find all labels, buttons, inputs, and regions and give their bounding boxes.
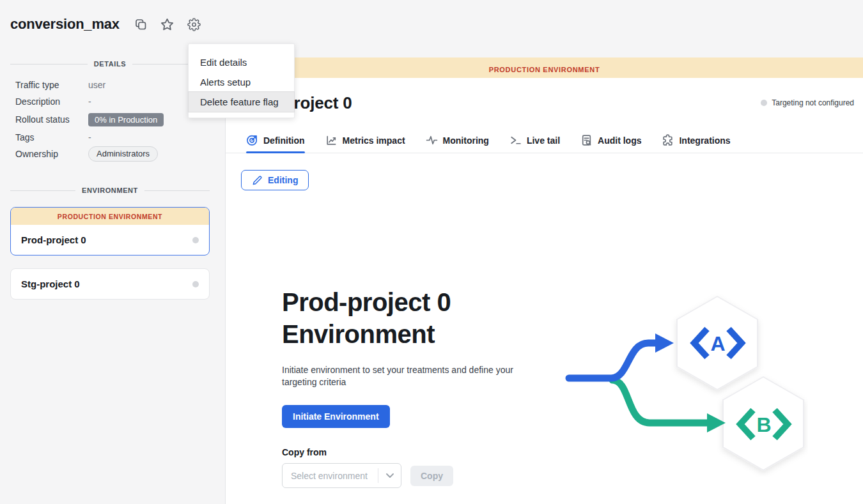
environment-section-header: ENVIRONMENT [10,187,210,194]
green-arrow [612,380,726,432]
details-section-header: DETAILS [10,60,210,68]
detail-row-description: Description - [15,93,210,110]
hero-heading: Prod-project 0 Environment [282,286,515,350]
gear-icon [187,18,201,31]
production-environment-label: PRODUCTION ENVIRONMENT [11,208,209,225]
document-search-icon [580,134,593,146]
targeting-status-label: Targeting not configured [772,98,854,107]
favorite-button[interactable] [160,17,175,31]
detail-row-ownership: Ownership Administrators [15,146,210,162]
environment-card-prod[interactable]: PRODUCTION ENVIRONMENT Prod-project 0 [10,207,210,256]
copy-button[interactable]: Copy [410,466,453,486]
details-heading: DETAILS [94,60,126,68]
copy-from-label: Copy from [282,447,515,457]
production-environment-banner: PRODUCTION ENVIRONMENT [226,57,863,78]
star-icon [160,18,174,31]
tab-content: Editing Prod-project 0 Environment Initi… [226,153,863,488]
environment-card-stg[interactable]: Stg-project 0 [10,268,210,300]
tab-live-tail[interactable]: Live tail [509,128,560,153]
copy-name-button[interactable] [134,17,148,31]
environment-select[interactable]: Select environment [282,463,401,488]
sidebar: DETAILS Traffic type user Description - … [0,57,226,504]
puzzle-icon [662,134,674,146]
targeting-status-dot [761,100,767,106]
detail-row-tags: Tags - [15,129,210,146]
page-header: Prod-project 0 Targeting not configured [226,78,863,128]
variant-a-letter: A [710,332,725,355]
feature-flag-title: conversion_max [10,16,120,33]
variant-b-letter: B [756,413,771,436]
settings-button[interactable] [187,17,201,31]
blue-arrow [569,333,674,378]
pulse-icon [426,134,438,146]
menu-item-alerts-setup[interactable]: Alerts setup [189,72,294,92]
targeting-status: Targeting not configured [761,98,854,107]
tab-definition[interactable]: Definition [246,128,305,153]
pencil-icon [252,175,262,185]
flag-actions [134,17,201,31]
top-header: conversion_max [0,0,863,57]
menu-item-delete-feature-flag[interactable]: Delete feature flag [189,92,294,112]
environment-name: Stg-project 0 [21,279,80,289]
detail-row-traffic-type: Traffic type user [15,77,210,93]
environment-heading: ENVIRONMENT [82,187,138,194]
menu-item-edit-details[interactable]: Edit details [189,52,294,72]
details-list: Traffic type user Description - Rollout … [10,77,210,162]
chevron-down-icon[interactable] [378,468,401,483]
tab-metrics-impact[interactable]: Metrics impact [325,128,405,153]
line-chart-icon [325,134,338,146]
environment-status-dot [192,281,199,287]
select-placeholder: Select environment [283,471,378,481]
tab-audit-logs[interactable]: Audit logs [580,128,641,153]
target-icon [246,134,258,146]
settings-menu: Edit details Alerts setup Delete feature… [188,43,295,118]
tab-monitoring[interactable]: Monitoring [426,128,489,153]
hero-description: Initiate environment to set your treatme… [282,364,515,388]
tab-integrations[interactable]: Integrations [662,128,730,153]
copy-icon [134,18,147,31]
environment-name: Prod-project 0 [21,234,86,245]
environment-hero: Prod-project 0 Environment Initiate envi… [241,286,863,488]
main-panel: PRODUCTION ENVIRONMENT Prod-project 0 Ta… [226,57,863,504]
environment-status-dot [192,237,199,243]
initiate-environment-button[interactable]: Initiate Environment [282,405,390,428]
ab-split-illustration: A B [565,290,808,488]
ownership-pill: Administrators [88,146,158,162]
rollout-status-badge: 0% in Production [88,113,164,126]
terminal-icon [509,134,522,146]
editing-button[interactable]: Editing [241,170,309,190]
detail-row-rollout-status: Rollout status 0% in Production [15,110,210,129]
tab-bar: Definition Metrics impact Monitoring Liv… [226,128,863,153]
